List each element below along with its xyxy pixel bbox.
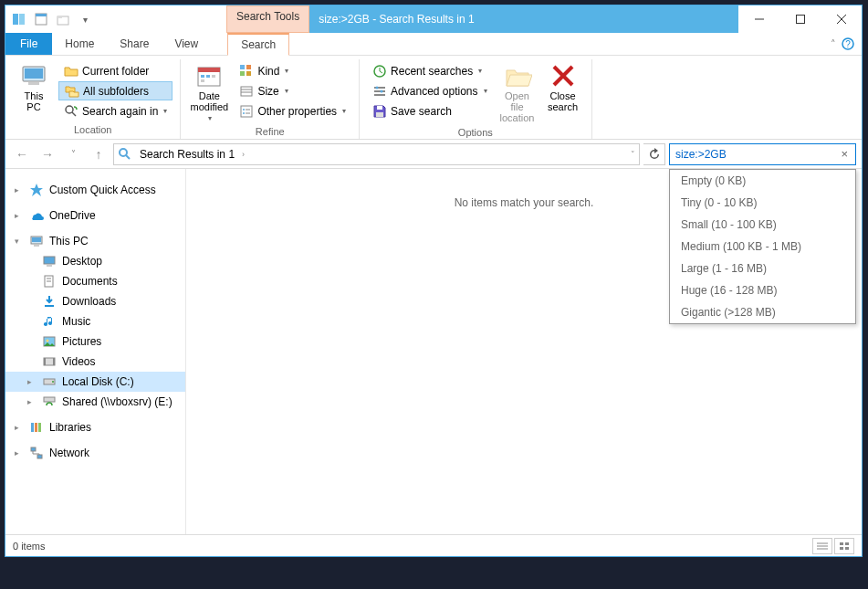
nav-desktop[interactable]: Desktop [5,251,185,271]
svg-rect-5 [58,16,62,18]
ribbon-help-area: ˄ ? [831,33,862,55]
svg-rect-0 [13,14,18,25]
qat-properties-icon[interactable] [31,9,51,29]
other-properties-button[interactable]: Other properties▾ [234,101,351,121]
open-file-location-button: Open file location [497,61,539,125]
title-bar: ▾ Search Tools size:>2GB - Search Result… [5,5,862,33]
size-button[interactable]: Size▾ [234,81,351,100]
svg-rect-52 [47,265,52,267]
view-tab[interactable]: View [162,33,211,55]
nav-videos[interactable]: Videos [5,352,185,372]
details-view-button[interactable] [812,538,832,554]
svg-rect-18 [198,68,220,72]
ribbon: This PC Current folder All subfolders Se… [5,56,862,140]
current-folder-button[interactable]: Current folder [58,61,173,80]
svg-rect-75 [840,547,843,550]
kind-button[interactable]: Kind▾ [234,61,351,80]
svg-rect-64 [44,397,55,402]
minimize-button[interactable] [738,5,779,33]
share-tab[interactable]: Share [107,33,162,55]
advanced-options-button[interactable]: Advanced options▾ [367,81,492,100]
nav-documents[interactable]: Documents [5,271,185,291]
size-option-small[interactable]: Small (10 - 100 KB) [670,214,855,236]
navigation-pane: ▸ Custom Quick Access ▸ OneDrive ▾ This … [5,169,186,534]
size-option-gigantic[interactable]: Gigantic (>128 MB) [670,301,855,323]
forward-button[interactable]: → [37,143,58,165]
file-tab[interactable]: File [5,33,52,55]
navigation-bar: ← → ˅ ↑ Search Results in 1 › ˅ × [5,140,862,169]
address-bar[interactable]: Search Results in 1 › ˅ [113,143,640,165]
close-search-button[interactable]: Close search [542,61,584,125]
address-dropdown-icon[interactable]: ˅ [631,150,635,159]
item-count: 0 items [13,541,45,552]
nav-libraries[interactable]: ▸Libraries [5,417,185,437]
up-button[interactable]: ↑ [88,143,110,165]
ribbon-group-options: Recent searches▾ Advanced options▾ Save … [360,59,591,139]
size-option-empty[interactable]: Empty (0 KB) [670,170,855,192]
svg-rect-76 [845,547,849,550]
search-box[interactable]: × [669,143,856,165]
network-icon [29,446,44,460]
nav-shared-drive[interactable]: ▸Shared (\\vboxsrv) (E:) [5,392,185,412]
collapse-ribbon-icon[interactable]: ˄ [831,38,836,50]
svg-rect-26 [246,71,251,76]
content-pane: No items match your search. Empty (0 KB)… [186,169,862,534]
desktop-icon [42,254,57,268]
svg-point-45 [120,149,127,156]
close-button[interactable] [821,5,862,33]
nav-quick-access[interactable]: ▸ Custom Quick Access [5,180,185,200]
nav-onedrive[interactable]: ▸ OneDrive [5,205,185,226]
breadcrumb-item[interactable]: Search Results in 1 [136,148,238,161]
qat-customize-icon[interactable]: ▾ [75,9,95,29]
svg-rect-67 [38,423,41,432]
svg-rect-41 [377,106,382,110]
nav-downloads[interactable]: Downloads [5,291,185,311]
videos-icon [42,354,57,369]
maximize-button[interactable] [779,5,821,33]
save-search-button[interactable]: Save search [367,101,492,121]
thumbnails-view-button[interactable] [834,538,854,554]
svg-rect-14 [28,82,39,85]
recent-searches-button[interactable]: Recent searches▾ [367,61,492,80]
options-group-label: Options [367,125,583,140]
svg-rect-21 [212,75,215,78]
history-dropdown[interactable]: ˅ [62,143,84,165]
svg-rect-1 [19,14,25,25]
recent-icon [372,64,387,79]
search-input[interactable] [674,147,837,162]
size-option-large[interactable]: Large (1 - 16 MB) [670,258,855,279]
clear-search-icon[interactable]: × [837,147,852,161]
svg-rect-74 [845,542,849,545]
back-button[interactable]: ← [11,143,33,165]
documents-icon [42,274,57,289]
nav-pictures[interactable]: Pictures [5,331,185,352]
all-subfolders-button[interactable]: All subfolders [58,81,173,100]
nav-music[interactable]: Music [5,311,185,331]
qat-new-folder-icon[interactable] [53,9,73,29]
explorer-window: ▾ Search Tools size:>2GB - Search Result… [5,5,863,557]
refresh-button[interactable] [643,143,665,165]
this-pc-button[interactable]: This PC [13,61,55,122]
search-tab[interactable]: Search [227,33,289,56]
nav-local-disk[interactable]: ▸Local Disk (C:) [5,372,185,392]
size-option-tiny[interactable]: Tiny (0 - 10 KB) [670,192,855,214]
svg-point-40 [381,89,383,92]
nav-this-pc[interactable]: ▾ This PC [5,231,185,251]
svg-rect-13 [25,68,43,79]
svg-rect-20 [206,75,210,78]
size-option-huge[interactable]: Huge (16 - 128 MB) [670,279,855,301]
size-option-medium[interactable]: Medium (100 KB - 1 MB) [670,236,855,258]
svg-rect-69 [37,455,42,458]
home-tab[interactable]: Home [52,33,107,55]
help-icon[interactable]: ? [842,37,854,50]
status-bar: 0 items [5,534,862,556]
kind-icon [239,64,254,79]
date-modified-button[interactable]: Date modified▾ [188,61,230,124]
search-again-button[interactable]: Search again in▾ [58,101,173,121]
ribbon-group-refine: Date modified▾ Kind▾ Size▾ Other propert… [181,59,360,139]
svg-rect-73 [840,542,843,545]
svg-rect-19 [201,75,204,78]
search-tools-context-tab[interactable]: Search Tools [226,5,309,33]
search-results-icon [118,147,132,162]
nav-network[interactable]: ▸Network [5,443,185,463]
